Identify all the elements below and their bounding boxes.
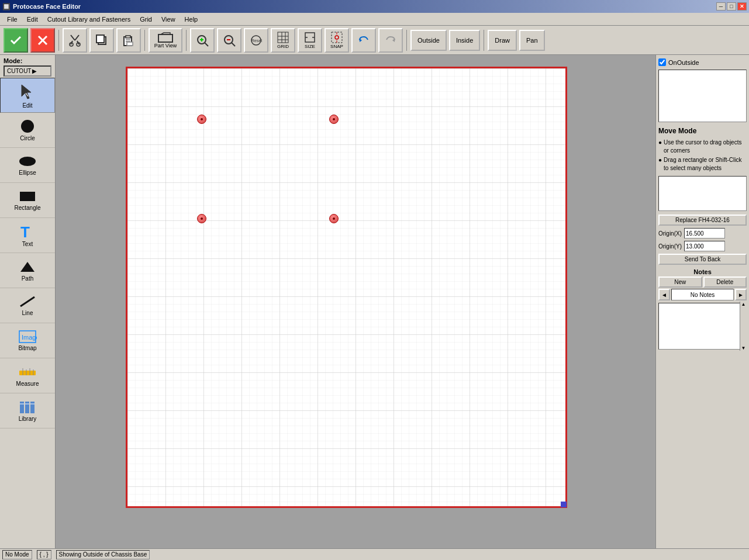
svg-marker-37 — [360, 39, 362, 42]
on-outside-row: OnOutside — [658, 58, 747, 66]
notes-textarea[interactable] — [658, 303, 747, 350]
zoom-in-button[interactable] — [190, 28, 215, 53]
tool-rectangle-label: Rectangle — [14, 205, 40, 211]
canvas-area[interactable] — [56, 55, 655, 548]
delete-note-button[interactable]: Delete — [703, 276, 747, 288]
chassis-label: Chassis Base — [111, 551, 147, 558]
menu-help[interactable]: Help — [180, 15, 203, 24]
bitmap-icon: Image — [18, 330, 37, 344]
notes-scrollbar[interactable]: ▲ ▼ — [740, 302, 747, 351]
draw-button[interactable]: Draw — [488, 30, 517, 51]
svg-marker-39 — [22, 85, 31, 99]
circle-icon — [18, 119, 37, 134]
scrollbar-down[interactable]: ▼ — [740, 345, 747, 351]
bullet-2: ● — [658, 156, 662, 172]
mode-label: Mode: — [0, 55, 55, 64]
fastener-4[interactable] — [329, 214, 339, 223]
part-view-button[interactable]: Part View — [149, 28, 182, 53]
tool-bitmap[interactable]: Image Bitmap — [0, 323, 55, 358]
prev-note-button[interactable]: ◄ — [658, 289, 670, 300]
svg-rect-9 — [96, 35, 104, 43]
cut-button[interactable] — [63, 28, 87, 53]
svg-point-42 — [19, 157, 36, 166]
send-to-back-button[interactable]: Send To Back — [658, 254, 747, 265]
zoom-out-button[interactable] — [217, 28, 241, 53]
tool-library[interactable]: Library — [0, 393, 55, 428]
paste-button[interactable] — [116, 28, 141, 53]
move-mode-title: Move Mode — [658, 127, 747, 135]
tool-circle[interactable]: Circle — [0, 113, 55, 148]
grid-button[interactable]: GRID — [271, 28, 295, 53]
resize-handle[interactable] — [561, 502, 567, 507]
cutout-label: CUTOUT — [7, 68, 31, 74]
svg-line-3 — [75, 35, 79, 40]
next-note-button[interactable]: ► — [735, 289, 747, 300]
menu-cutout-library[interactable]: Cutout Library and Fasteners — [43, 15, 135, 24]
svg-text:Image: Image — [22, 334, 37, 341]
origin-y-input[interactable] — [684, 241, 725, 251]
tool-measure[interactable]: Measure — [0, 358, 55, 393]
notes-nav-row: ◄ No Notes ► — [658, 289, 747, 300]
right-panel: OnOutside Move Mode ● Use the cursor to … — [655, 55, 749, 548]
outside-button[interactable]: Outside — [410, 30, 447, 51]
accept-button[interactable] — [4, 28, 28, 53]
undo-button[interactable] — [351, 28, 376, 53]
tool-rectangle[interactable]: Rectangle — [0, 183, 55, 218]
svg-line-17 — [205, 43, 208, 46]
close-button[interactable]: ✕ — [737, 2, 747, 11]
snap-button[interactable]: SNAP — [325, 28, 349, 53]
svg-line-2 — [71, 35, 75, 40]
toolbar-sep-2 — [144, 30, 145, 51]
tool-line[interactable]: Line — [0, 288, 55, 323]
tool-edit-label: Edit — [22, 102, 32, 109]
cutout-mode-button[interactable]: CUTOUT ▶ — [4, 65, 51, 77]
on-outside-checkbox[interactable] — [658, 58, 666, 66]
tool-ellipse[interactable]: Ellipse — [0, 148, 55, 183]
fastener-3[interactable] — [197, 214, 206, 223]
svg-rect-61 — [127, 68, 565, 506]
redo-button[interactable] — [378, 28, 403, 53]
minimize-button[interactable]: ─ — [716, 2, 726, 11]
fastener-2[interactable] — [329, 115, 339, 124]
size-button[interactable]: SIZE — [298, 28, 322, 53]
ellipse-icon — [18, 154, 37, 168]
origin-x-input[interactable] — [684, 228, 725, 238]
svg-line-21 — [232, 43, 235, 46]
inside-button[interactable]: Inside — [449, 30, 480, 51]
svg-rect-56 — [30, 402, 34, 413]
scrollbar-up[interactable]: ▲ — [740, 302, 747, 307]
origin-y-row: Origin(Y) — [658, 241, 747, 251]
tool-path[interactable]: Path — [0, 253, 55, 288]
tool-path-label: Path — [22, 275, 34, 282]
showing-label: Showing Outside of — [59, 551, 110, 558]
tool-text[interactable]: T Text — [0, 218, 55, 253]
fastener-1-inner — [201, 118, 203, 120]
menu-view[interactable]: View — [157, 15, 180, 24]
no-mode-status: No Mode — [2, 550, 32, 559]
copy-button[interactable] — [89, 28, 114, 53]
tool-circle-label: Circle — [20, 135, 35, 141]
toolbar-sep-4 — [406, 30, 407, 51]
cancel-button[interactable] — [30, 28, 55, 53]
menu-edit[interactable]: Edit — [22, 15, 43, 24]
origin-x-label: Origin(X) — [658, 230, 682, 237]
fastener-4-inner — [333, 217, 335, 220]
tool-edit[interactable]: Edit — [0, 78, 55, 113]
fastener-1[interactable] — [197, 115, 206, 124]
svg-marker-62 — [561, 502, 567, 507]
titlebar-controls: ─ □ ✕ — [716, 2, 747, 11]
restore-button[interactable]: □ — [727, 2, 736, 11]
replace-button[interactable]: Replace FH4-032-16 — [658, 215, 747, 226]
showing-status: Showing Outside of Chassis Base — [56, 550, 150, 559]
reset-button[interactable]: Reset — [244, 28, 268, 53]
left-panel: Mode: CUTOUT ▶ Edit Circle Ellipse — [0, 55, 56, 548]
pan-button[interactable]: Pan — [519, 30, 545, 51]
svg-rect-14 — [127, 42, 133, 46]
menu-file[interactable]: File — [2, 15, 22, 24]
new-note-button[interactable]: New — [658, 276, 702, 288]
origin-y-label: Origin(Y) — [658, 243, 682, 250]
menu-grid[interactable]: Grid — [135, 15, 157, 24]
notes-title: Notes — [658, 268, 747, 275]
tip-2: ● Drag a rectangle or Shift-Click to sel… — [658, 156, 747, 172]
svg-rect-55 — [25, 402, 29, 413]
